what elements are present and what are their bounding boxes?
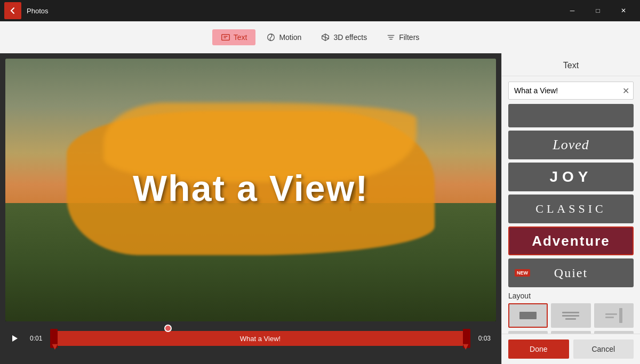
- layout-option-4[interactable]: [508, 331, 548, 334]
- layout-option-5[interactable]: [551, 331, 590, 334]
- timeline: 0:01 What a View! ▼ ▼ 0:03: [5, 321, 496, 359]
- layout-option-2[interactable]: [551, 303, 590, 328]
- side-panel: Text ✕ Loved JOY CLASSIC Ad: [501, 53, 640, 364]
- timeline-track: 0:01 What a View! ▼ ▼ 0:03: [11, 329, 491, 348]
- panel-title: Text: [502, 53, 640, 76]
- back-button[interactable]: [4, 2, 21, 19]
- style-option-joy[interactable]: JOY: [508, 163, 634, 191]
- layout-grid: [508, 303, 634, 334]
- play-button[interactable]: [11, 334, 26, 343]
- clear-input-button[interactable]: ✕: [622, 86, 629, 96]
- style-loved-label: Loved: [553, 137, 589, 153]
- style-option-loved[interactable]: Loved: [508, 131, 634, 159]
- timeline-scrubber[interactable]: [164, 325, 172, 332]
- style-quiet-label: Quiet: [554, 266, 588, 280]
- video-area: What a View! 0:01 What a View!: [0, 53, 501, 364]
- panel-content: ✕ Loved JOY CLASSIC Adventure NEW: [502, 76, 640, 334]
- window-controls: ─ □ ✕: [560, 2, 636, 19]
- svg-rect-0: [221, 35, 229, 41]
- style-option-adventure[interactable]: Adventure: [508, 227, 634, 255]
- style-option-classic[interactable]: CLASSIC: [508, 195, 634, 223]
- tab-motion-label: Motion: [279, 33, 301, 42]
- tab-3d-effects[interactable]: 3D effects: [312, 29, 375, 45]
- done-button[interactable]: Done: [508, 339, 569, 359]
- layout-option-3[interactable]: [594, 303, 634, 328]
- tab-filters-label: Filters: [399, 33, 419, 42]
- style-adventure-label: Adventure: [532, 233, 610, 249]
- tab-3d-effects-label: 3D effects: [333, 33, 367, 42]
- timeline-progress: What a View!: [50, 331, 470, 346]
- timeline-clip-label: What a View!: [240, 335, 281, 343]
- video-scene: What a View!: [5, 59, 496, 321]
- tab-text-label: Text: [234, 33, 247, 42]
- time-current: 0:01: [30, 335, 46, 342]
- timeline-bar[interactable]: What a View! ▼ ▼: [50, 329, 470, 348]
- new-badge: NEW: [515, 269, 530, 277]
- layout-label: Layout: [508, 292, 634, 300]
- style-classic-label: CLASSIC: [535, 202, 606, 216]
- style-joy-label: JOY: [549, 168, 592, 185]
- video-container: What a View!: [5, 59, 496, 321]
- text-input[interactable]: [508, 82, 634, 100]
- title-bar: Photos ─ □ ✕: [0, 0, 640, 21]
- tab-filters[interactable]: Filters: [378, 29, 428, 45]
- main-area: What a View! 0:01 What a View!: [0, 53, 640, 364]
- time-end: 0:03: [475, 335, 491, 342]
- maximize-button[interactable]: □: [586, 2, 610, 19]
- text-input-container: ✕: [508, 82, 634, 100]
- minimize-button[interactable]: ─: [560, 2, 585, 19]
- app-title: Photos: [27, 7, 560, 15]
- layout-option-6[interactable]: [594, 331, 634, 334]
- tab-text[interactable]: Text: [212, 29, 256, 45]
- cancel-button[interactable]: Cancel: [573, 339, 634, 359]
- video-text-overlay: What a View!: [133, 168, 369, 208]
- layout-option-1[interactable]: [508, 303, 548, 328]
- timeline-right-arrow: ▼: [461, 341, 470, 352]
- style-option-blank[interactable]: [508, 104, 634, 127]
- panel-footer: Done Cancel: [502, 334, 640, 364]
- close-button[interactable]: ✕: [611, 2, 636, 19]
- timeline-left-arrow: ▼: [50, 341, 60, 352]
- tab-motion[interactable]: Motion: [258, 29, 310, 45]
- style-option-quiet[interactable]: NEW Quiet: [508, 258, 634, 287]
- toolbar: Text Motion 3D effects Filters: [0, 21, 640, 53]
- svg-marker-7: [12, 335, 18, 342]
